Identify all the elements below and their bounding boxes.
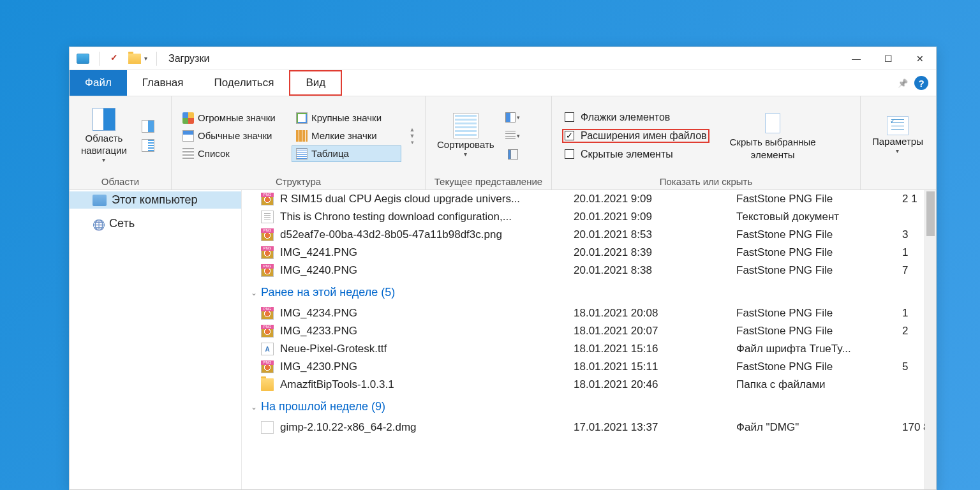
- size-columns-button[interactable]: [505, 146, 521, 163]
- navigation-pane-label: Область навигации: [81, 132, 127, 157]
- group-layout-label: Структура: [172, 175, 425, 189]
- file-name: IMG_4234.PNG: [280, 307, 574, 320]
- file-date: 18.01.2021 15:11: [574, 360, 736, 373]
- navigation-pane-icon: [93, 108, 115, 131]
- details-pane-button[interactable]: [140, 137, 156, 154]
- hidden-items-toggle[interactable]: Скрытые элементы: [562, 147, 709, 161]
- file-date: 20.01.2021 8:53: [574, 228, 736, 241]
- sort-button[interactable]: Сортировать ▾: [432, 110, 500, 161]
- add-columns-button[interactable]: ▾: [505, 109, 521, 126]
- hide-selected-button[interactable]: Скрыть выбранные элементы: [725, 108, 821, 163]
- file-row[interactable]: IMG_4234.PNG18.01.2021 20:08FastStone PN…: [242, 304, 936, 322]
- layout-small-icons[interactable]: Мелкие значки: [292, 128, 401, 144]
- nav-network[interactable]: Сеть: [70, 215, 241, 232]
- gallery-scroll[interactable]: ▲ ▼ ▾: [406, 126, 418, 145]
- file-size: 5: [902, 360, 908, 373]
- file-row[interactable]: This is Chrono testing download configur…: [242, 208, 936, 226]
- file-row[interactable]: gimp-2.10.22-x86_64-2.dmg17.01.2021 13:3…: [242, 419, 936, 436]
- file-date: 17.01.2021 13:37: [574, 421, 736, 434]
- file-date: 20.01.2021 9:09: [574, 211, 736, 223]
- file-type-icon: [261, 378, 274, 391]
- layout-large-icons[interactable]: Крупные значки: [292, 110, 401, 126]
- item-checkboxes-toggle[interactable]: Флажки элементов: [562, 110, 709, 124]
- tab-share[interactable]: Поделиться: [199, 70, 290, 96]
- layout-details[interactable]: Таблица: [292, 145, 401, 162]
- file-row[interactable]: IMG_4230.PNG18.01.2021 15:11FastStone PN…: [242, 358, 936, 376]
- file-extensions-toggle[interactable]: Расширения имен файлов: [562, 129, 709, 143]
- chevron-down-icon: ⌄: [251, 403, 257, 412]
- chevron-down-icon: ▾: [896, 147, 899, 155]
- file-date: 18.01.2021 20:08: [574, 307, 736, 320]
- maximize-button[interactable]: ☐: [872, 47, 904, 70]
- layout-medium-icons[interactable]: Обычные значки: [178, 128, 288, 144]
- navigation-tree[interactable]: Этот компьютер Сеть: [70, 190, 242, 489]
- file-row[interactable]: R SIM15 dual CPU Aegis cloud upgrade uni…: [242, 190, 936, 208]
- table-icon: [296, 148, 308, 160]
- file-type: FastStone PNG File: [736, 307, 902, 320]
- file-name: IMG_4240.PNG: [280, 264, 574, 277]
- titlebar: ▾ Загрузки — ☐ ✕: [70, 47, 936, 70]
- file-type: FastStone PNG File: [736, 228, 902, 241]
- file-type-icon: [261, 246, 274, 259]
- file-list[interactable]: R SIM15 dual CPU Aegis cloud upgrade uni…: [242, 190, 936, 489]
- tab-file[interactable]: Файл: [70, 70, 127, 96]
- file-row[interactable]: IMG_4240.PNG20.01.2021 8:38FastStone PNG…: [242, 262, 936, 279]
- gallery-more-icon[interactable]: ▾: [406, 139, 418, 145]
- preview-pane-icon: [142, 120, 154, 133]
- nav-this-pc[interactable]: Этот компьютер: [70, 191, 241, 209]
- file-row[interactable]: IMG_4241.PNG20.01.2021 8:39FastStone PNG…: [242, 244, 936, 262]
- gallery-up-icon[interactable]: ▲: [406, 126, 418, 133]
- layout-list[interactable]: Список: [178, 145, 288, 162]
- tab-view[interactable]: Вид: [289, 70, 342, 96]
- help-button[interactable]: ?: [914, 76, 928, 90]
- file-row[interactable]: ANeue-Pixel-Grotesk.ttf18.01.2021 15:16Ф…: [242, 340, 936, 358]
- file-row[interactable]: d52eaf7e-00ba-43d2-8b05-47a11b98df3c.png…: [242, 226, 936, 244]
- layout-gallery[interactable]: Огромные значки Крупные значки Обычные з…: [178, 110, 401, 162]
- details-pane-icon: [142, 139, 154, 152]
- file-date: 20.01.2021 8:39: [574, 246, 736, 259]
- checkbox-icon: [565, 149, 574, 159]
- tab-home[interactable]: Главная: [127, 70, 199, 96]
- file-row[interactable]: AmazfitBipTools-1.0.3.118.01.2021 20:46П…: [242, 376, 936, 394]
- pin-ribbon-icon[interactable]: [898, 77, 909, 89]
- group-panes-label: Области: [70, 175, 171, 189]
- file-type: Файл "DMG": [736, 421, 902, 434]
- qat-dropdown-icon[interactable]: ▾: [144, 55, 147, 62]
- checkbox-icon: [565, 112, 574, 122]
- gallery-down-icon[interactable]: ▼: [406, 133, 418, 139]
- chevron-down-icon: ▾: [102, 156, 105, 164]
- content-area: Этот компьютер Сеть R SIM15 dual CPU Aeg…: [70, 190, 936, 489]
- file-type: Текстовый документ: [736, 211, 902, 223]
- group-by-icon: [505, 131, 516, 141]
- small-icons-icon: [296, 130, 308, 142]
- file-date: 18.01.2021 20:46: [574, 378, 736, 391]
- file-type: FastStone PNG File: [736, 360, 902, 373]
- group-header-last-week[interactable]: ⌄На прошлой неделе (9): [242, 394, 936, 419]
- qat-properties-icon[interactable]: [108, 52, 122, 66]
- group-by-button[interactable]: ▾: [505, 128, 521, 144]
- scroll-thumb[interactable]: [926, 191, 935, 236]
- file-row[interactable]: IMG_4233.PNG18.01.2021 20:07FastStone PN…: [242, 322, 936, 340]
- minimize-button[interactable]: —: [840, 47, 872, 70]
- navigation-pane-button[interactable]: Область навигации ▾: [76, 105, 132, 167]
- file-type-icon: [261, 264, 274, 277]
- huge-icons-icon: [182, 112, 194, 124]
- file-type: Файл шрифта TrueTy...: [736, 343, 902, 355]
- group-header-earlier-week[interactable]: ⌄Ранее на этой неделе (5): [242, 279, 936, 304]
- list-icon: [182, 148, 194, 160]
- preview-pane-button[interactable]: [140, 118, 156, 135]
- ribbon-tabs: Файл Главная Поделиться Вид ?: [70, 70, 936, 96]
- vertical-scrollbar[interactable]: [924, 190, 936, 489]
- network-icon: [93, 218, 104, 230]
- file-type: FastStone PNG File: [736, 325, 902, 338]
- options-button[interactable]: Параметры ▾: [867, 114, 928, 158]
- close-button[interactable]: ✕: [904, 47, 936, 70]
- file-size: 2 1: [902, 193, 917, 205]
- checkbox-checked-icon: [565, 131, 574, 140]
- file-name: gimp-2.10.22-x86_64-2.dmg: [280, 421, 574, 434]
- separator: [156, 52, 157, 66]
- file-date: 18.01.2021 15:16: [574, 343, 736, 355]
- qat-folder-icon[interactable]: [128, 52, 142, 66]
- layout-huge-icons[interactable]: Огромные значки: [178, 110, 288, 126]
- file-size: 1: [902, 246, 908, 259]
